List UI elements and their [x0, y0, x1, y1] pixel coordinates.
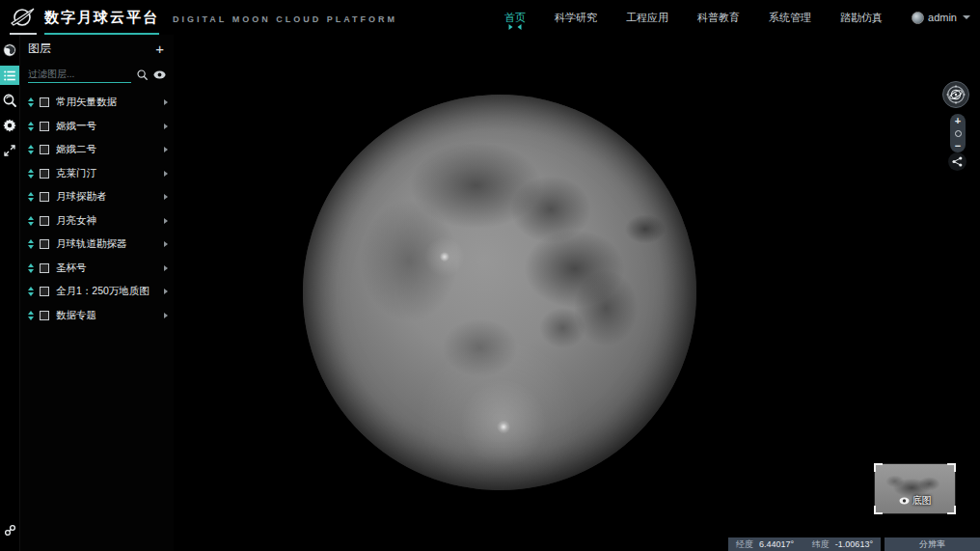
user-avatar	[912, 12, 924, 24]
longitude-label: 经度	[736, 538, 753, 551]
chevron-right-icon[interactable]	[164, 124, 168, 129]
chevron-right-icon[interactable]	[164, 147, 168, 152]
nav-item-survey-sim[interactable]: 踏勘仿真	[840, 11, 883, 25]
share-icon	[952, 156, 963, 167]
layer-filter-input[interactable]	[28, 66, 131, 83]
moon-globe[interactable]	[303, 95, 696, 490]
layer-row[interactable]: 常用矢量数据	[20, 91, 174, 115]
coordinates-bar: 经度 6.44017° 纬度 -1.00613°	[728, 537, 881, 551]
globe-icon[interactable]	[0, 41, 19, 60]
layers-list-icon[interactable]	[0, 66, 19, 85]
layer-label: 圣杯号	[56, 262, 164, 275]
resolution-bar: 分辨率	[885, 537, 980, 551]
brand: 数字月球云平台 DIGITAL MOON CLOUD PLATFORM	[44, 9, 397, 27]
latitude-label: 纬度	[812, 538, 830, 551]
layer-filter-row	[20, 60, 174, 83]
minimap-overview[interactable]: 底图	[875, 464, 955, 513]
drag-handle-icon[interactable]	[28, 169, 34, 179]
minimap-label[interactable]: 底图	[899, 494, 932, 508]
nav-item-education[interactable]: 科普教育	[697, 11, 740, 25]
drag-handle-icon[interactable]	[28, 311, 34, 320]
nav-item-home[interactable]: 首页	[504, 11, 526, 25]
layer-row[interactable]: 月球探勘者	[20, 185, 174, 209]
chevron-right-icon[interactable]	[164, 218, 168, 224]
layer-checkbox[interactable]	[40, 169, 49, 179]
layer-checkbox[interactable]	[40, 216, 49, 226]
search-icon[interactable]	[137, 69, 148, 80]
app-stage: + − 底图	[0, 0, 980, 551]
eye-icon[interactable]	[153, 70, 166, 79]
layer-checkbox[interactable]	[40, 192, 49, 202]
nav-item-science[interactable]: 科学研究	[555, 11, 597, 25]
link-icon[interactable]	[0, 520, 19, 539]
app-logo[interactable]	[0, 6, 44, 29]
latitude-value: -1.00613°	[835, 539, 873, 549]
layer-panel-header: 图层 +	[20, 37, 174, 60]
layer-label: 全月1：250万地质图	[56, 285, 164, 298]
longitude-value: 6.44017°	[759, 539, 794, 549]
drag-handle-icon[interactable]	[28, 145, 34, 154]
settings-gear-icon[interactable]	[0, 116, 19, 135]
layer-checkbox[interactable]	[40, 311, 49, 320]
zoom-out-button[interactable]: −	[955, 141, 961, 151]
chevron-right-icon[interactable]	[164, 289, 168, 294]
fullscreen-expand-icon[interactable]	[0, 141, 19, 160]
layer-checkbox[interactable]	[40, 122, 49, 131]
layer-row[interactable]: 月亮女神	[20, 209, 174, 234]
add-layer-button[interactable]: +	[155, 41, 164, 56]
layer-checkbox[interactable]	[40, 287, 49, 296]
map-viewport[interactable]: + − 底图	[174, 35, 980, 551]
layer-row[interactable]: 克莱门汀	[20, 162, 174, 186]
layer-checkbox[interactable]	[40, 263, 49, 273]
minimap-corner-bracket	[874, 463, 883, 472]
minimap-corner-bracket	[947, 506, 956, 514]
chevron-right-icon[interactable]	[164, 265, 168, 271]
layer-panel-title: 图层	[28, 41, 51, 57]
layer-row[interactable]: 嫦娥一号	[20, 115, 174, 139]
drag-handle-icon[interactable]	[28, 263, 34, 273]
layer-checkbox[interactable]	[40, 239, 49, 249]
drag-handle-icon[interactable]	[28, 216, 34, 226]
chevron-right-icon[interactable]	[164, 194, 168, 200]
drag-handle-icon[interactable]	[28, 287, 34, 296]
share-button[interactable]	[948, 152, 966, 171]
minimap-corner-bracket	[874, 506, 883, 514]
drag-handle-icon[interactable]	[28, 192, 34, 202]
chevron-right-icon[interactable]	[164, 99, 168, 105]
minimap-corner-bracket	[947, 463, 956, 472]
reset-view-icon[interactable]	[955, 130, 962, 137]
layer-panel: 图层 + 常用矢量数据 嫦娥一号	[19, 35, 174, 551]
layer-label: 嫦娥一号	[56, 120, 164, 133]
zoom-in-button[interactable]: +	[955, 116, 961, 125]
chevron-right-icon[interactable]	[164, 171, 168, 177]
layer-row[interactable]: 月球轨道勘探器	[20, 233, 174, 257]
resolution-label: 分辨率	[919, 538, 945, 551]
layer-row[interactable]: 圣杯号	[20, 257, 174, 281]
chevron-down-icon	[963, 15, 970, 19]
layer-checkbox[interactable]	[40, 97, 49, 107]
search-globe-icon[interactable]	[0, 91, 19, 110]
moon-swoosh-logo-icon	[10, 6, 35, 29]
tool-rail	[0, 35, 19, 551]
layer-row[interactable]: 嫦娥二号	[20, 138, 174, 162]
chevron-right-icon[interactable]	[164, 313, 168, 318]
layer-checkbox[interactable]	[40, 145, 49, 154]
layer-list: 常用矢量数据 嫦娥一号 嫦娥二号 克莱门汀	[20, 91, 174, 327]
app-title: 数字月球云平台	[44, 9, 159, 27]
layer-row[interactable]: 全月1：250万地质图	[20, 280, 174, 304]
eye-icon	[899, 497, 910, 505]
chevron-right-icon[interactable]	[164, 241, 168, 247]
layer-label: 月亮女神	[56, 214, 164, 228]
drag-handle-icon[interactable]	[28, 97, 34, 107]
layer-label: 克莱门汀	[56, 167, 164, 180]
drag-handle-icon[interactable]	[28, 122, 34, 131]
zoom-control: + −	[950, 114, 966, 152]
compass-control[interactable]	[942, 81, 969, 108]
drag-handle-icon[interactable]	[28, 239, 34, 249]
layer-label: 月球轨道勘探器	[56, 237, 164, 251]
nav-item-system[interactable]: 系统管理	[769, 11, 811, 25]
main-nav: 首页 科学研究 工程应用 科普教育 系统管理 踏勘仿真 admin	[504, 0, 970, 35]
nav-item-engineering[interactable]: 工程应用	[626, 11, 668, 25]
layer-row[interactable]: 数据专题	[20, 304, 174, 328]
user-menu[interactable]: admin	[912, 12, 970, 24]
